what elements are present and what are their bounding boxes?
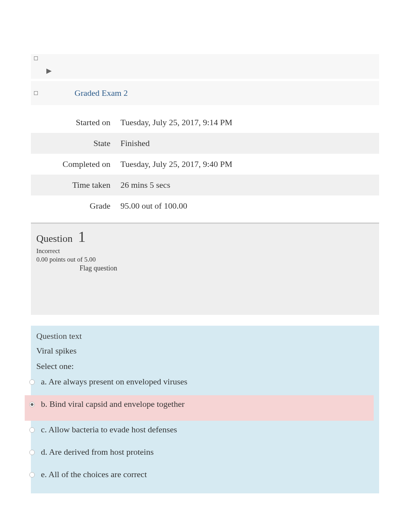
bullet-icon [34, 56, 38, 60]
question-text-heading: Question text [36, 331, 374, 341]
option-d[interactable]: d. Are derived from host proteins [25, 443, 374, 466]
breadcrumb-row: Graded Exam 2 [31, 81, 379, 105]
question-label: Question [36, 233, 73, 245]
summary-row-time: Time taken 26 mins 5 secs [31, 175, 379, 195]
option-b[interactable]: b. Bind viral capsid and envelope togeth… [25, 395, 374, 421]
state-value: Finished [117, 133, 379, 154]
grade-label: Grade [31, 195, 117, 216]
grade-value: 95.00 out of 100.00 [117, 195, 379, 216]
breadcrumb-link[interactable]: Graded Exam 2 [75, 88, 128, 98]
attempt-summary-table: Started on Tuesday, July 25, 2017, 9:14 … [31, 112, 379, 216]
summary-row-grade: Grade 95.00 out of 100.00 [31, 195, 379, 216]
question-points: 0.00 points out of 5.00 [36, 256, 374, 263]
expand-arrow-row[interactable]: ▶ [31, 63, 379, 79]
radio-icon[interactable] [29, 379, 35, 385]
radio-icon[interactable] [29, 427, 35, 433]
summary-row-completed: Completed on Tuesday, July 25, 2017, 9:4… [31, 154, 379, 175]
time-taken-label: Time taken [31, 175, 117, 195]
question-status: Incorrect [36, 247, 374, 255]
state-label: State [31, 133, 117, 154]
option-d-text: d. Are derived from host proteins [41, 447, 154, 457]
completed-on-label: Completed on [31, 154, 117, 175]
option-c[interactable]: c. Allow bacteria to evade host defenses [25, 421, 374, 443]
play-arrow-icon: ▶ [46, 67, 52, 75]
summary-row-started: Started on Tuesday, July 25, 2017, 9:14 … [31, 112, 379, 133]
option-a[interactable]: a. Are always present on enveloped virus… [25, 373, 374, 395]
summary-row-state: State Finished [31, 133, 379, 154]
nav-placeholder-row [31, 54, 379, 63]
bullet-icon [34, 91, 38, 95]
question-text-section: Question text Viral spikes Select one: a… [31, 326, 379, 493]
question-prompt: Viral spikes [36, 346, 374, 356]
select-one-label: Select one: [36, 361, 374, 371]
radio-icon[interactable] [29, 450, 35, 455]
started-on-label: Started on [31, 112, 117, 133]
completed-on-value: Tuesday, July 25, 2017, 9:40 PM [117, 154, 379, 175]
flag-question-link[interactable]: Flag question [36, 264, 374, 272]
question-number: 1 [78, 228, 86, 246]
option-e-text: e. All of the choices are correct [41, 469, 147, 479]
question-info-block: Question 1 Incorrect 0.00 points out of … [31, 223, 379, 315]
option-a-text: a. Are always present on enveloped virus… [41, 377, 187, 387]
option-b-text: b. Bind viral capsid and envelope togeth… [41, 399, 185, 409]
question-header: Question 1 [36, 228, 374, 246]
radio-icon[interactable] [29, 402, 35, 407]
option-e[interactable]: e. All of the choices are correct [25, 466, 374, 488]
started-on-value: Tuesday, July 25, 2017, 9:14 PM [117, 112, 379, 133]
option-c-text: c. Allow bacteria to evade host defenses [41, 425, 177, 435]
radio-icon[interactable] [29, 472, 35, 478]
time-taken-value: 26 mins 5 secs [117, 175, 379, 195]
